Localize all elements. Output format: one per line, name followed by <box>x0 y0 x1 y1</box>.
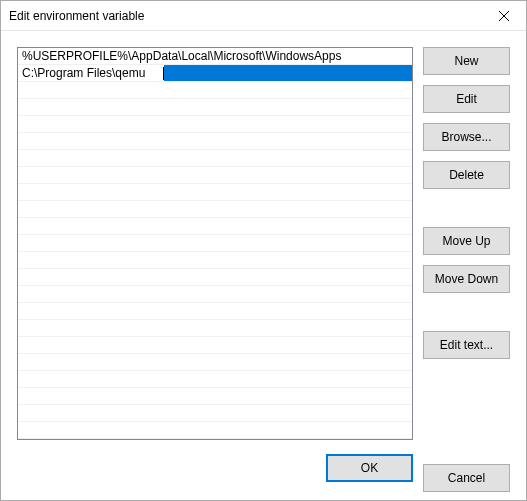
button-column: New Edit Browse... Delete Move Up Move D… <box>423 47 510 440</box>
list-item[interactable]: %USERPROFILE%\AppData\Local\Microsoft\Wi… <box>18 48 412 65</box>
list-item-empty[interactable] <box>18 320 412 337</box>
list-item-empty[interactable] <box>18 167 412 184</box>
ok-button[interactable]: OK <box>326 454 413 482</box>
move-down-button[interactable]: Move Down <box>423 265 510 293</box>
move-up-button[interactable]: Move Up <box>423 227 510 255</box>
list-item-empty[interactable] <box>18 405 412 422</box>
dialog-content: %USERPROFILE%\AppData\Local\Microsoft\Wi… <box>1 31 526 501</box>
new-button[interactable]: New <box>423 47 510 75</box>
path-list[interactable]: %USERPROFILE%\AppData\Local\Microsoft\Wi… <box>17 47 413 440</box>
list-item-editing[interactable]: C:\Program Files\qemu <box>18 65 412 82</box>
close-button[interactable] <box>481 1 526 30</box>
list-item-empty[interactable] <box>18 269 412 286</box>
list-item-empty[interactable] <box>18 371 412 388</box>
edit-button[interactable]: Edit <box>423 85 510 113</box>
list-item-empty[interactable] <box>18 354 412 371</box>
edit-selection-highlight <box>164 65 412 81</box>
list-item-empty[interactable] <box>18 235 412 252</box>
list-item-empty[interactable] <box>18 116 412 133</box>
list-item-empty[interactable] <box>18 286 412 303</box>
cancel-button[interactable]: Cancel <box>423 464 510 492</box>
main-area: %USERPROFILE%\AppData\Local\Microsoft\Wi… <box>17 47 510 440</box>
path-edit-input[interactable]: C:\Program Files\qemu <box>18 65 163 81</box>
list-item-empty[interactable] <box>18 201 412 218</box>
empty-rows <box>18 82 412 439</box>
edit-text-button[interactable]: Edit text... <box>423 331 510 359</box>
list-item-empty[interactable] <box>18 184 412 201</box>
list-item-empty[interactable] <box>18 82 412 99</box>
delete-button[interactable]: Delete <box>423 161 510 189</box>
dialog-footer: OK Cancel <box>17 440 510 492</box>
list-item-empty[interactable] <box>18 133 412 150</box>
window-title: Edit environment variable <box>9 9 144 23</box>
dialog-window: Edit environment variable %USERPROFILE%\… <box>0 0 527 501</box>
list-item-empty[interactable] <box>18 150 412 167</box>
list-item-empty[interactable] <box>18 388 412 405</box>
list-item-empty[interactable] <box>18 337 412 354</box>
list-item-empty[interactable] <box>18 422 412 439</box>
list-item-empty[interactable] <box>18 303 412 320</box>
list-item-empty[interactable] <box>18 218 412 235</box>
edit-input-wrap: C:\Program Files\qemu <box>18 65 412 81</box>
close-icon <box>499 11 509 21</box>
titlebar: Edit environment variable <box>1 1 526 31</box>
browse-button[interactable]: Browse... <box>423 123 510 151</box>
list-item-empty[interactable] <box>18 252 412 269</box>
list-item-empty[interactable] <box>18 99 412 116</box>
